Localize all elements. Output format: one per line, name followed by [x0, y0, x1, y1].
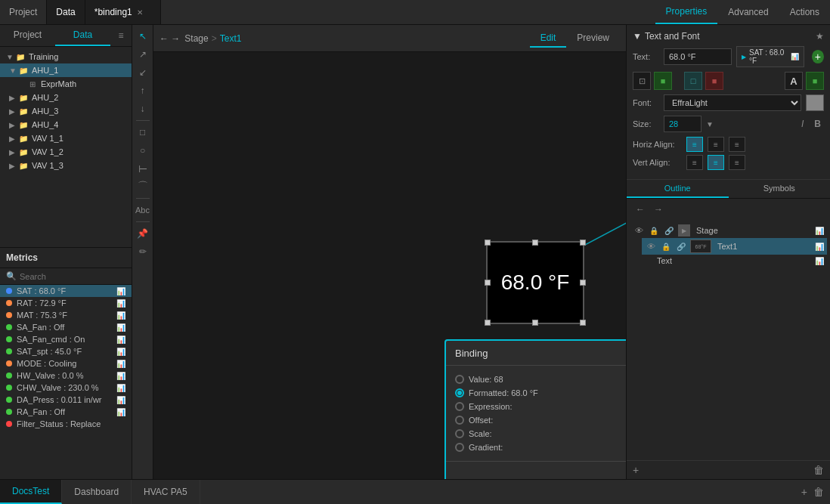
tool-path[interactable]: ⌒ — [135, 178, 151, 195]
metric-item-safancmd[interactable]: SA_Fan_cmd : On 📊 — [0, 333, 132, 345]
sat-binding-tag[interactable]: ▶ SAT : 68.0 °F 📊 — [736, 46, 804, 67]
metric-item-chwvalve[interactable]: CHW_Valve : 230.0 % 📊 — [0, 382, 132, 394]
metric-chart-dapress[interactable]: 📊 — [116, 396, 125, 404]
delete-layer-button[interactable]: 🗑 — [813, 464, 824, 476]
format-icon-1[interactable]: ⊡ — [633, 72, 651, 90]
align-right-button[interactable]: ≡ — [729, 137, 745, 152]
metric-item-mat[interactable]: MAT : 75.3 °F 📊 — [0, 309, 132, 321]
valign-mid-button[interactable]: ≡ — [708, 155, 724, 170]
resize-handle-tr[interactable] — [580, 240, 586, 246]
resize-handle-mr[interactable] — [580, 280, 586, 286]
format-icon-green[interactable]: ■ — [654, 72, 672, 90]
resize-handle-tc[interactable] — [532, 240, 538, 246]
tree-item-vav12[interactable]: ▶ 📁 VAV 1_2 — [0, 145, 132, 159]
link-icon-text1[interactable]: 🔗 — [675, 240, 687, 252]
layer-expand-stage[interactable]: ▶ — [678, 224, 690, 237]
metric-chart-chwvalve[interactable]: 📊 — [116, 384, 125, 392]
left-tab-data[interactable]: Data — [55, 25, 110, 46]
star-icon[interactable]: ★ — [816, 31, 824, 42]
layer-chart-stage[interactable]: 📊 — [815, 227, 824, 235]
resize-handle-tl[interactable] — [485, 240, 491, 246]
lock-icon-stage[interactable]: 🔒 — [648, 224, 660, 237]
layer-chart-text1[interactable]: 📊 — [815, 243, 824, 251]
tab-edit[interactable]: Edit — [530, 29, 567, 48]
metric-chart-mode[interactable]: 📊 — [116, 360, 125, 368]
valign-top-button[interactable]: ≡ — [686, 155, 703, 170]
tool-crop[interactable]: ⊢ — [135, 160, 151, 177]
tab-actions[interactable]: Actions — [779, 0, 830, 24]
tree-item-ahu2[interactable]: ▶ 📁 AHU_2 — [0, 91, 132, 104]
tree-item-training[interactable]: ▼ 📁 Training — [0, 50, 132, 63]
breadcrumb-nav[interactable]: ← → — [159, 33, 180, 44]
tree-item-ahu3[interactable]: ▶ 📁 AHU_3 — [0, 104, 132, 118]
tab-file[interactable]: *binding1 ✕ — [85, 0, 161, 24]
add-binding-button[interactable]: + — [812, 50, 824, 63]
breadcrumb-stage[interactable]: Stage — [184, 33, 208, 44]
tree-item-exprmath[interactable]: ▶ ⊞ ExprMath — [0, 77, 132, 91]
bottom-add-button[interactable]: + — [801, 486, 807, 498]
metric-chart-safancmd[interactable]: 📊 — [116, 335, 125, 344]
resize-handle-bl[interactable] — [485, 320, 491, 326]
tool-nav-down[interactable]: ↓ — [135, 100, 151, 117]
italic-button[interactable]: I — [798, 117, 807, 131]
metric-item-rafan[interactable]: RA_Fan : Off 📊 — [0, 406, 132, 418]
bottom-tab-docstest[interactable]: DocsTest — [0, 480, 62, 504]
metric-chart-rat[interactable]: 📊 — [116, 299, 125, 308]
binding-option-formatted[interactable]: Formatted: 68.0 °F — [455, 388, 626, 397]
tool-pin[interactable]: 📌 — [135, 225, 151, 242]
binding-option-gradient[interactable]: Gradient: — [455, 443, 626, 452]
size-field[interactable] — [664, 116, 701, 132]
resize-handle-ml[interactable] — [485, 280, 491, 286]
metric-item-dapress[interactable]: DA_Press : 0.011 in/wr 📊 — [0, 394, 132, 406]
bottom-delete-button[interactable]: 🗑 — [813, 486, 824, 498]
tab-data[interactable]: Data — [47, 0, 85, 24]
tab-close-icon[interactable]: ✕ — [137, 8, 143, 17]
tab-project[interactable]: Project — [0, 0, 47, 24]
canvas-area[interactable]: 68.0 °F Binding ✕ — [153, 52, 626, 479]
canvas-text-element[interactable]: 68.0 °F — [486, 241, 584, 324]
tab-advanced[interactable]: Advanced — [717, 0, 779, 24]
text-format-icon[interactable]: A — [785, 72, 803, 90]
tool-arrow2[interactable]: ↙ — [135, 64, 151, 81]
align-left-button[interactable]: ≡ — [686, 137, 703, 152]
metric-item-satspt[interactable]: SAT_spt : 45.0 °F 📊 — [0, 345, 132, 357]
tab-symbols[interactable]: Symbols — [729, 180, 831, 198]
font-select[interactable]: EffraLight — [664, 94, 801, 111]
tab-preview[interactable]: Preview — [566, 29, 620, 48]
bottom-tab-hvacpa5[interactable]: HVAC PA5 — [132, 480, 200, 504]
resize-handle-bc[interactable] — [532, 320, 538, 326]
left-tab-project[interactable]: Project — [0, 25, 55, 46]
tool-nav-up[interactable]: ↑ — [135, 82, 151, 99]
metric-chart-safan[interactable]: 📊 — [116, 323, 125, 332]
metric-chart-mat[interactable]: 📊 — [116, 311, 125, 320]
search-input[interactable] — [20, 272, 125, 281]
breadcrumb-current[interactable]: Text1 — [220, 33, 242, 44]
text-field[interactable] — [664, 48, 732, 65]
metric-item-safan[interactable]: SA_Fan : Off 📊 — [0, 321, 132, 333]
bold-button[interactable]: B — [811, 117, 824, 131]
visibility-icon-text1[interactable]: 👁 — [645, 240, 657, 252]
tool-circle[interactable]: ○ — [135, 142, 151, 159]
tree-item-vav11[interactable]: ▶ 📁 VAV 1_1 — [0, 131, 132, 145]
nav-forward-button[interactable]: → — [651, 202, 666, 217]
add-layer-button[interactable]: + — [633, 464, 639, 476]
tab-outline[interactable]: Outline — [627, 180, 729, 198]
metric-item-rat[interactable]: RAT : 72.9 °F 📊 — [0, 297, 132, 309]
tool-text[interactable]: Abc — [135, 202, 151, 218]
lock-icon-text1[interactable]: 🔒 — [660, 240, 672, 252]
binding-option-value[interactable]: Value: 68 — [455, 375, 626, 384]
binding-option-scale[interactable]: Scale: — [455, 429, 626, 438]
align-center-button[interactable]: ≡ — [708, 137, 724, 152]
tool-rect[interactable]: □ — [135, 124, 151, 141]
metric-item-mode[interactable]: MODE : Cooling 📊 — [0, 357, 132, 369]
binding-option-expression[interactable]: Expression: — [455, 402, 626, 411]
visibility-icon-stage[interactable]: 👁 — [633, 224, 645, 237]
list-view-icon[interactable]: ≡ — [110, 25, 132, 46]
font-color-swatch[interactable] — [806, 94, 824, 111]
layer-row-stage[interactable]: 👁 🔒 🔗 ▶ Stage 📊 — [630, 223, 827, 238]
binding-option-offset[interactable]: Offset: — [455, 416, 626, 425]
valign-bot-button[interactable]: ≡ — [729, 155, 745, 170]
metric-item-hwvalve[interactable]: HW_Valve : 0.0 % 📊 — [0, 369, 132, 382]
layer-chart-text[interactable]: 📊 — [815, 257, 824, 265]
tool-pen[interactable]: ✏ — [135, 243, 151, 260]
